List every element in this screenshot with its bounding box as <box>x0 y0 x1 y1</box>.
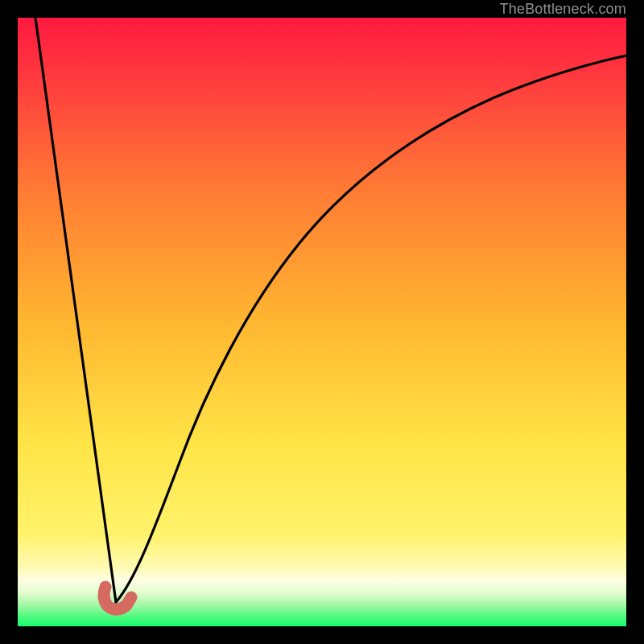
watermark-text: TheBottleneck.com <box>500 0 626 18</box>
chart-frame: TheBottleneck.com <box>0 0 644 644</box>
plot-area <box>18 18 626 626</box>
curve-left-arm <box>35 18 116 602</box>
bottleneck-curve <box>18 18 626 626</box>
curve-right-arm <box>116 56 626 602</box>
